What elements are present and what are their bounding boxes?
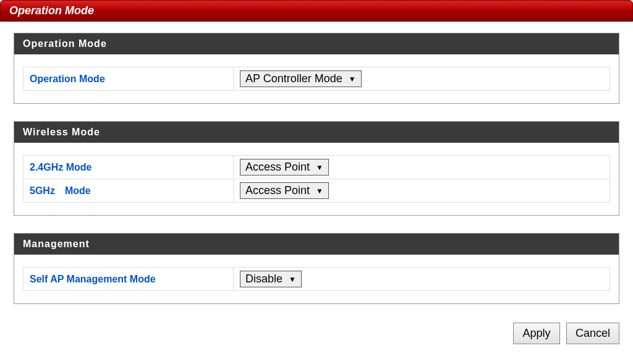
operation-mode-table: Operation Mode AP Controller Mode ▼	[23, 67, 610, 91]
operation-mode-value-cell: AP Controller Mode ▼	[234, 67, 610, 91]
mode-5ghz-value-cell: Access Point ▼	[234, 179, 610, 203]
mode-24ghz-value-cell: Access Point ▼	[234, 156, 610, 179]
self-ap-select[interactable]: Disable ▼	[240, 271, 302, 287]
page-title-text: Operation Mode	[9, 4, 94, 17]
wireless-mode-header-text: Wireless Mode	[23, 127, 100, 137]
self-ap-select-value: Disable	[245, 273, 289, 286]
self-ap-label-text: Self AP Management Mode	[30, 274, 156, 284]
mode-5ghz-select[interactable]: Access Point ▼	[240, 182, 329, 199]
wireless-mode-panel-header: Wireless Mode	[14, 122, 619, 143]
chevron-down-icon: ▼	[316, 163, 323, 172]
management-panel-header: Management	[14, 234, 619, 255]
operation-mode-header-text: Operation Mode	[23, 38, 107, 49]
chevron-down-icon: ▼	[349, 75, 356, 83]
self-ap-row: Self AP Management Mode Disable ▼	[23, 268, 610, 291]
mode-5ghz-label-text: 5GHz Mode	[30, 185, 91, 196]
cancel-button-label: Cancel	[576, 327, 610, 339]
chevron-down-icon: ▼	[289, 275, 296, 284]
operation-mode-panel-body: Operation Mode AP Controller Mode ▼	[14, 54, 619, 103]
mode-5ghz-select-value: Access Point	[245, 184, 316, 197]
cancel-button[interactable]: Cancel	[566, 323, 619, 344]
wireless-mode-panel: Wireless Mode 2.4GHz Mode Access Point ▼	[14, 121, 619, 216]
button-row: Apply Cancel	[0, 321, 633, 357]
chevron-down-icon: ▼	[316, 187, 323, 195]
management-panel: Management Self AP Management Mode Disab…	[14, 233, 619, 304]
operation-mode-select[interactable]: AP Controller Mode ▼	[240, 70, 362, 87]
wireless-mode-table: 2.4GHz Mode Access Point ▼ 5GHz Mode	[23, 155, 610, 203]
mode-24ghz-label: 2.4GHz Mode	[23, 156, 234, 179]
operation-mode-panel-header: Operation Mode	[14, 33, 619, 54]
content-area: Operation Mode Operation Mode AP Control…	[0, 33, 633, 304]
operation-mode-panel: Operation Mode Operation Mode AP Control…	[14, 33, 619, 104]
management-panel-body: Self AP Management Mode Disable ▼	[14, 255, 619, 303]
mode-24ghz-label-text: 2.4GHz Mode	[30, 162, 91, 172]
self-ap-label: Self AP Management Mode	[23, 268, 234, 291]
page-title: Operation Mode	[0, 0, 633, 22]
self-ap-value-cell: Disable ▼	[234, 268, 610, 291]
mode-5ghz-row: 5GHz Mode Access Point ▼	[23, 179, 610, 203]
wireless-mode-panel-body: 2.4GHz Mode Access Point ▼ 5GHz Mode	[14, 143, 619, 215]
apply-button-label: Apply	[522, 327, 550, 339]
mode-24ghz-select-value: Access Point	[245, 161, 316, 174]
mode-5ghz-label: 5GHz Mode	[23, 179, 234, 203]
management-header-text: Management	[23, 239, 90, 249]
operation-mode-label-text: Operation Mode	[30, 74, 105, 84]
mode-24ghz-row: 2.4GHz Mode Access Point ▼	[23, 156, 610, 179]
operation-mode-row: Operation Mode AP Controller Mode ▼	[23, 67, 610, 91]
operation-mode-select-value: AP Controller Mode	[245, 72, 349, 85]
mode-24ghz-select[interactable]: Access Point ▼	[240, 159, 329, 176]
apply-button[interactable]: Apply	[513, 323, 559, 344]
operation-mode-label: Operation Mode	[23, 67, 234, 91]
management-table: Self AP Management Mode Disable ▼	[23, 267, 610, 291]
